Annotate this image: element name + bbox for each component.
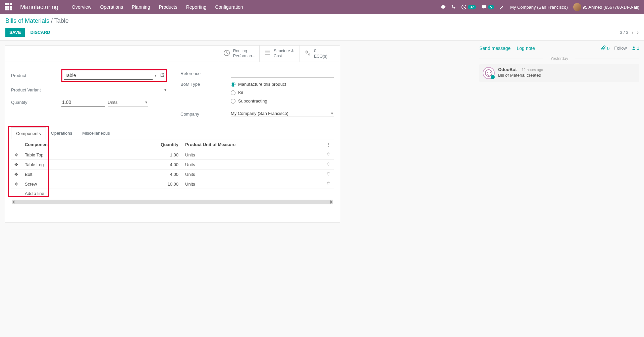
debug-icon[interactable]: [440, 4, 446, 10]
component-name[interactable]: Bolt: [21, 170, 142, 179]
col-quantity: Quantity: [142, 139, 182, 150]
drag-handle-icon[interactable]: ✥: [11, 150, 21, 160]
followers-button[interactable]: 1: [632, 46, 639, 51]
pager-next[interactable]: ›: [637, 29, 639, 36]
message-author: OdooBot: [498, 67, 517, 72]
menu-reporting[interactable]: Reporting: [186, 4, 207, 10]
component-uom[interactable]: Units: [182, 160, 323, 170]
chevron-down-icon[interactable]: ▼: [154, 74, 157, 77]
day-separator: Yesterday: [479, 56, 639, 61]
follow-button[interactable]: Follow: [614, 46, 627, 51]
col-uom: Product Unit of Measure: [182, 139, 323, 150]
delete-row-icon[interactable]: [323, 170, 334, 179]
company-select[interactable]: My Company (San Francisco) ▼: [231, 111, 334, 117]
menu-operations[interactable]: Operations: [100, 4, 123, 10]
radio-manufacture[interactable]: Manufacture this product: [231, 82, 286, 87]
drag-handle-icon[interactable]: ✥: [11, 170, 21, 179]
tab-operations[interactable]: Operations: [46, 127, 77, 139]
breadcrumb-current: Table: [54, 17, 69, 24]
product-field-highlight: ▼: [61, 69, 167, 82]
tools-icon[interactable]: [499, 4, 505, 10]
variant-label: Product Variant: [11, 87, 61, 92]
table-row[interactable]: ✥Table Top1.00Units: [11, 150, 334, 160]
drag-handle-icon[interactable]: ✥: [11, 179, 21, 189]
add-line-row[interactable]: Add a line: [11, 189, 334, 198]
component-name[interactable]: Table Top: [21, 150, 142, 160]
col-component: Component: [21, 139, 142, 150]
table-row[interactable]: ✥Bolt4.00Units: [11, 170, 334, 179]
apps-icon[interactable]: [5, 3, 13, 11]
svg-point-2: [306, 51, 308, 53]
component-uom[interactable]: Units: [182, 179, 323, 189]
delete-row-icon[interactable]: [323, 150, 334, 160]
message-time: - 12 hours ago: [519, 68, 543, 72]
quantity-label: Quantity: [11, 100, 61, 105]
pager-prev[interactable]: ‹: [632, 29, 633, 36]
menu-overview[interactable]: Overview: [72, 4, 91, 10]
message-body: Bill of Material created: [498, 73, 543, 78]
stat-routing-performance[interactable]: RoutingPerforman...: [219, 46, 259, 62]
discard-button[interactable]: DISCARD: [30, 30, 50, 35]
drag-handle-icon[interactable]: ✥: [11, 160, 21, 170]
stat-ecos[interactable]: 0ECO(s): [300, 46, 340, 62]
delete-row-icon[interactable]: [323, 160, 334, 170]
uom-value[interactable]: Units: [108, 100, 143, 105]
phone-icon[interactable]: [451, 5, 456, 9]
activity-icon[interactable]: 37: [461, 4, 476, 10]
table-row[interactable]: ✥Table Leg4.00Units: [11, 160, 334, 170]
product-input[interactable]: [64, 71, 153, 80]
messages-icon[interactable]: 5: [481, 4, 494, 10]
save-button[interactable]: SAVE: [5, 28, 25, 37]
horizontal-scrollbar[interactable]: [12, 200, 333, 204]
chatter: Send message Log note 0 Follow 1 Yesterd…: [475, 41, 644, 227]
radio-subcontracting[interactable]: Subcontracting: [231, 98, 286, 104]
component-qty[interactable]: 4.00: [142, 160, 182, 170]
reference-label: Reference: [180, 71, 231, 76]
delete-row-icon[interactable]: [323, 179, 334, 189]
bom-type-label: BoM Type: [180, 82, 231, 87]
avatar-icon: [573, 3, 581, 11]
chevron-down-icon[interactable]: ▼: [164, 88, 167, 92]
quantity-input[interactable]: [61, 98, 105, 107]
component-uom[interactable]: Units: [182, 150, 323, 160]
breadcrumb-root[interactable]: Bills of Materials: [5, 17, 49, 24]
table-row[interactable]: ✥Screw10.00Units: [11, 179, 334, 189]
pager-text: 3 / 3: [620, 30, 628, 35]
brand-title: Manufacturing: [20, 4, 58, 11]
tab-components[interactable]: Components: [11, 127, 46, 139]
component-name[interactable]: Table Leg: [21, 160, 142, 170]
top-nav: Manufacturing Overview Operations Planni…: [0, 0, 644, 14]
menu-planning[interactable]: Planning: [132, 4, 150, 10]
reference-input[interactable]: [231, 69, 334, 78]
component-qty[interactable]: 4.00: [142, 170, 182, 179]
tab-miscellaneous[interactable]: Miscellaneous: [77, 127, 115, 139]
component-name[interactable]: Screw: [21, 179, 142, 189]
systray: 37 5 My Company (San Francisco) 95 Anmed…: [440, 3, 639, 11]
product-label: Product: [11, 73, 61, 78]
menu-configuration[interactable]: Configuration: [215, 4, 243, 10]
send-message-button[interactable]: Send message: [479, 46, 511, 51]
notebook-tabs: Components Operations Miscellaneous: [11, 127, 334, 139]
component-uom[interactable]: Units: [182, 170, 323, 179]
company-switcher[interactable]: My Company (San Francisco): [510, 5, 568, 10]
message: OdooBot - 12 hours ago Bill of Material …: [479, 64, 639, 82]
stat-structure-cost[interactable]: Structure &Cost: [259, 46, 300, 62]
company-label: Company: [180, 112, 231, 117]
form-sheet: RoutingPerforman... Structure &Cost 0ECO…: [5, 45, 340, 223]
main-menu: Overview Operations Planning Products Re…: [72, 4, 243, 10]
log-note-button[interactable]: Log note: [517, 46, 535, 51]
component-qty[interactable]: 10.00: [142, 179, 182, 189]
stat-button-box: RoutingPerforman... Structure &Cost 0ECO…: [5, 46, 340, 62]
bot-avatar-icon: [483, 67, 495, 79]
chevron-down-icon[interactable]: ▼: [145, 100, 148, 104]
pager: 3 / 3 ‹ ›: [620, 29, 639, 36]
messages-badge: 5: [488, 5, 494, 9]
user-menu[interactable]: 95 Anmed (8567780-14-0-all): [573, 3, 639, 11]
attachments-button[interactable]: 0: [601, 45, 609, 51]
kebab-icon[interactable]: ⋮: [323, 139, 334, 150]
component-qty[interactable]: 1.00: [142, 150, 182, 160]
variant-input[interactable]: [61, 86, 162, 94]
radio-kit[interactable]: Kit: [231, 90, 286, 95]
external-link-icon[interactable]: [160, 73, 164, 78]
menu-products[interactable]: Products: [159, 4, 177, 10]
